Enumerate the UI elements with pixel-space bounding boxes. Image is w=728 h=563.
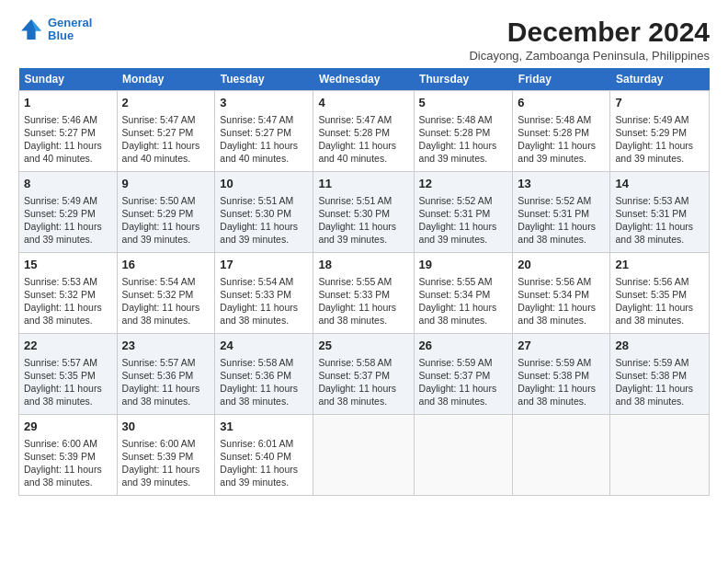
daylight-label: Daylight: 11 hours and 39 minutes. [518, 140, 596, 164]
daylight-label: Daylight: 11 hours and 39 minutes. [220, 221, 298, 245]
sunset-label: Sunset: 5:29 PM [615, 127, 687, 138]
table-row: 5 Sunrise: 5:48 AM Sunset: 5:28 PM Dayli… [414, 91, 513, 172]
sunrise-label: Sunrise: 5:54 AM [122, 276, 196, 287]
sunset-label: Sunset: 5:32 PM [24, 289, 96, 300]
sunset-label: Sunset: 5:34 PM [518, 289, 589, 300]
sunset-label: Sunset: 5:31 PM [615, 208, 687, 219]
day-number: 27 [518, 338, 605, 354]
header-monday: Monday [117, 68, 215, 91]
table-row: 19 Sunrise: 5:55 AM Sunset: 5:34 PM Dayl… [414, 253, 513, 334]
day-number: 5 [419, 95, 508, 111]
daylight-label: Daylight: 11 hours and 39 minutes. [122, 221, 200, 245]
day-number: 11 [318, 176, 408, 192]
table-row: 9 Sunrise: 5:50 AM Sunset: 5:29 PM Dayli… [117, 172, 215, 253]
daylight-label: Daylight: 11 hours and 38 minutes. [615, 383, 693, 407]
table-row: 12 Sunrise: 5:52 AM Sunset: 5:31 PM Dayl… [414, 172, 513, 253]
daylight-label: Daylight: 11 hours and 40 minutes. [220, 140, 298, 164]
day-number: 10 [220, 176, 308, 192]
day-number: 22 [24, 338, 112, 354]
sunset-label: Sunset: 5:28 PM [318, 127, 390, 138]
sunset-label: Sunset: 5:30 PM [220, 208, 291, 219]
sunrise-label: Sunrise: 5:59 AM [419, 357, 493, 368]
sunset-label: Sunset: 5:32 PM [122, 289, 194, 300]
sunrise-label: Sunrise: 6:00 AM [24, 438, 97, 449]
daylight-label: Daylight: 11 hours and 38 minutes. [318, 383, 396, 407]
table-row: 29 Sunrise: 6:00 AM Sunset: 5:39 PM Dayl… [19, 415, 118, 496]
daylight-label: Daylight: 11 hours and 38 minutes. [220, 383, 298, 407]
sunset-label: Sunset: 5:37 PM [318, 370, 390, 381]
daylight-label: Daylight: 11 hours and 38 minutes. [615, 302, 693, 326]
sunset-label: Sunset: 5:29 PM [122, 208, 194, 219]
month-title: December 2024 [469, 17, 710, 47]
daylight-label: Daylight: 11 hours and 40 minutes. [122, 140, 200, 164]
daylight-label: Daylight: 11 hours and 38 minutes. [122, 302, 200, 326]
header-tuesday: Tuesday [215, 68, 313, 91]
table-row: 14 Sunrise: 5:53 AM Sunset: 5:31 PM Dayl… [610, 172, 710, 253]
day-number: 2 [122, 95, 210, 111]
sunrise-label: Sunrise: 5:58 AM [220, 357, 293, 368]
sunset-label: Sunset: 5:28 PM [419, 127, 491, 138]
day-number: 23 [122, 338, 210, 354]
sunrise-label: Sunrise: 5:49 AM [615, 114, 688, 125]
daylight-label: Daylight: 11 hours and 38 minutes. [24, 302, 102, 326]
day-number: 12 [419, 176, 508, 192]
sunrise-label: Sunrise: 5:57 AM [24, 357, 97, 368]
table-row [610, 415, 710, 496]
sunrise-label: Sunrise: 5:58 AM [318, 357, 392, 368]
day-number: 1 [24, 95, 112, 111]
day-number: 16 [122, 257, 210, 273]
header-saturday: Saturday [610, 68, 710, 91]
sunrise-label: Sunrise: 5:51 AM [220, 195, 293, 206]
table-row: 20 Sunrise: 5:56 AM Sunset: 5:34 PM Dayl… [513, 253, 610, 334]
daylight-label: Daylight: 11 hours and 38 minutes. [518, 302, 596, 326]
table-row: 28 Sunrise: 5:59 AM Sunset: 5:38 PM Dayl… [610, 334, 710, 415]
calendar-week-row: 8 Sunrise: 5:49 AM Sunset: 5:29 PM Dayli… [19, 172, 710, 253]
table-row: 18 Sunrise: 5:55 AM Sunset: 5:33 PM Dayl… [313, 253, 414, 334]
daylight-label: Daylight: 11 hours and 39 minutes. [220, 464, 298, 488]
calendar-week-row: 29 Sunrise: 6:00 AM Sunset: 5:39 PM Dayl… [19, 415, 710, 496]
sunrise-label: Sunrise: 5:54 AM [220, 276, 293, 287]
header-wednesday: Wednesday [313, 68, 414, 91]
sunrise-label: Sunrise: 5:49 AM [24, 195, 97, 206]
sunset-label: Sunset: 5:36 PM [220, 370, 291, 381]
logo: General Blue [18, 17, 92, 43]
sunrise-label: Sunrise: 5:52 AM [419, 195, 493, 206]
logo-line1: General [48, 16, 92, 29]
weekday-header-row: Sunday Monday Tuesday Wednesday Thursday… [19, 68, 710, 91]
table-row: 26 Sunrise: 5:59 AM Sunset: 5:37 PM Dayl… [414, 334, 513, 415]
daylight-label: Daylight: 11 hours and 40 minutes. [24, 140, 102, 164]
day-number: 14 [615, 176, 704, 192]
sunset-label: Sunset: 5:31 PM [419, 208, 491, 219]
day-number: 25 [318, 338, 408, 354]
sunrise-label: Sunrise: 6:00 AM [122, 438, 196, 449]
sunrise-label: Sunrise: 5:48 AM [518, 114, 591, 125]
table-row [313, 415, 414, 496]
calendar-week-row: 15 Sunrise: 5:53 AM Sunset: 5:32 PM Dayl… [19, 253, 710, 334]
sunset-label: Sunset: 5:35 PM [615, 289, 687, 300]
daylight-label: Daylight: 11 hours and 38 minutes. [615, 221, 693, 245]
daylight-label: Daylight: 11 hours and 38 minutes. [518, 221, 596, 245]
daylight-label: Daylight: 11 hours and 39 minutes. [122, 464, 200, 488]
location: Dicayong, Zamboanga Peninsula, Philippin… [469, 49, 710, 63]
calendar-week-row: 1 Sunrise: 5:46 AM Sunset: 5:27 PM Dayli… [19, 91, 710, 172]
table-row: 21 Sunrise: 5:56 AM Sunset: 5:35 PM Dayl… [610, 253, 710, 334]
sunset-label: Sunset: 5:28 PM [518, 127, 589, 138]
table-row: 25 Sunrise: 5:58 AM Sunset: 5:37 PM Dayl… [313, 334, 414, 415]
sunrise-label: Sunrise: 5:48 AM [419, 114, 493, 125]
daylight-label: Daylight: 11 hours and 39 minutes. [419, 140, 497, 164]
sunset-label: Sunset: 5:35 PM [24, 370, 96, 381]
header-sunday: Sunday [19, 68, 118, 91]
day-number: 9 [122, 176, 210, 192]
table-row [414, 415, 513, 496]
table-row: 30 Sunrise: 6:00 AM Sunset: 5:39 PM Dayl… [117, 415, 215, 496]
day-number: 30 [122, 419, 210, 435]
day-number: 6 [518, 95, 605, 111]
day-number: 8 [24, 176, 112, 192]
sunset-label: Sunset: 5:38 PM [615, 370, 687, 381]
calendar-week-row: 22 Sunrise: 5:57 AM Sunset: 5:35 PM Dayl… [19, 334, 710, 415]
daylight-label: Daylight: 11 hours and 38 minutes. [518, 383, 596, 407]
sunrise-label: Sunrise: 5:50 AM [122, 195, 196, 206]
sunset-label: Sunset: 5:37 PM [419, 370, 491, 381]
table-row: 23 Sunrise: 5:57 AM Sunset: 5:36 PM Dayl… [117, 334, 215, 415]
logo-icon [18, 17, 44, 42]
